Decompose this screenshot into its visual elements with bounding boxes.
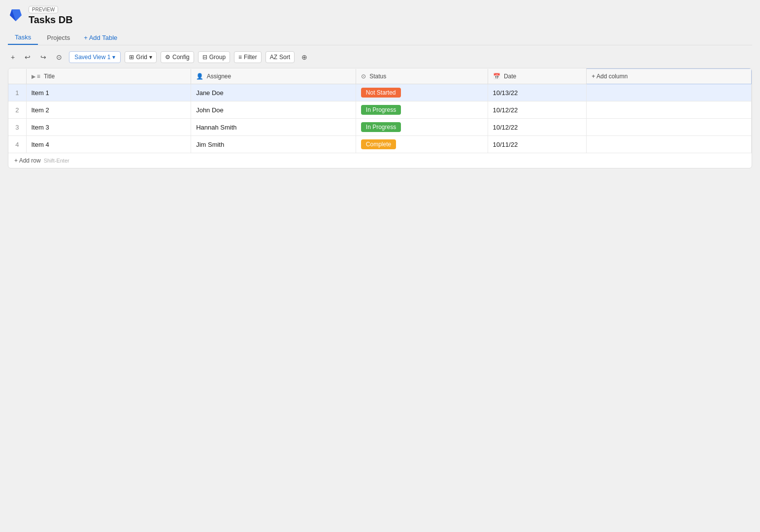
sort-button[interactable]: AZ Sort [265,51,295,63]
row-status[interactable]: In Progress [356,119,488,136]
app-logo [8,7,24,25]
assignee-column-header[interactable]: 👤 Assignee [191,69,356,84]
filter-label: Filter [244,54,257,61]
row-number: 2 [8,101,26,119]
row-extra-col [587,101,752,119]
undo-button[interactable]: ↩ [22,51,33,63]
chevron-down-icon: ▾ [112,54,115,61]
add-row-hint: Shift-Enter [44,158,69,164]
filter-button[interactable]: ≡ Filter [234,51,262,63]
app-title: Tasks DB [29,14,73,26]
app-header: PREVIEW Tasks DB [8,6,752,26]
tab-projects[interactable]: Projects [40,31,77,44]
data-table: ▶ ≡ Title 👤 Assignee ⊙ Status 📅 Date [8,68,752,153]
row-number: 4 [8,136,26,153]
tab-tasks[interactable]: Tasks [8,31,38,45]
title-column-header[interactable]: ▶ ≡ Title [26,69,191,84]
row-num-header [8,69,26,84]
table-row[interactable]: 4 Item 4 Jim Smith Complete 10/11/22 [8,136,752,153]
row-extra-col [587,136,752,153]
row-assignee[interactable]: Jane Doe [191,84,356,101]
table-row[interactable]: 2 Item 2 John Doe In Progress 10/12/22 [8,101,752,119]
status-badge: In Progress [361,105,401,115]
grid-label: Grid [136,54,147,61]
row-title[interactable]: Item 2 [26,101,191,119]
config-label: Config [172,54,190,61]
row-title[interactable]: Item 1 [26,84,191,101]
history-button[interactable]: ⊙ [53,51,65,63]
table-header-row: ▶ ≡ Title 👤 Assignee ⊙ Status 📅 Date [8,69,752,84]
add-row-button[interactable]: + Add row Shift-Enter [8,153,75,168]
filter-icon: ≡ [238,54,242,61]
redo-button[interactable]: ↪ [37,51,49,63]
row-status[interactable]: In Progress [356,101,488,119]
add-table-button[interactable]: + Add Table [79,31,122,44]
sort-label: Sort [279,54,290,61]
assignee-col-label: Assignee [207,73,231,80]
date-column-header[interactable]: 📅 Date [488,69,587,84]
status-col-icon: ⊙ [361,73,366,80]
status-col-label: Status [369,73,386,80]
row-assignee[interactable]: John Doe [191,101,356,119]
group-button[interactable]: ⊟ Group [198,51,230,63]
config-icon: ⚙ [165,54,170,61]
row-extra-col [587,84,752,101]
preview-badge: PREVIEW [29,6,58,13]
date-col-label: Date [504,73,516,80]
config-button[interactable]: ⚙ Config [161,51,194,63]
row-date[interactable]: 10/12/22 [488,101,587,119]
title-area: PREVIEW Tasks DB [29,6,73,26]
grid-button[interactable]: ⊞ Grid ▾ [125,51,157,63]
toolbar: + ↩ ↪ ⊙ Saved View 1 ▾ ⊞ Grid ▾ ⚙ Config… [8,49,752,65]
table-row[interactable]: 3 Item 3 Hannah Smith In Progress 10/12/… [8,119,752,136]
group-icon: ⊟ [202,54,207,61]
saved-view-label: Saved View 1 [74,54,110,61]
status-column-header[interactable]: ⊙ Status [356,69,488,84]
group-label: Group [209,54,226,61]
add-row-label: + Add row [14,157,41,164]
row-title[interactable]: Item 4 [26,136,191,153]
sort-icon: AZ [270,54,277,61]
row-date[interactable]: 10/13/22 [488,84,587,101]
grid-chevron-icon: ▾ [149,54,152,61]
status-badge: Complete [361,139,396,149]
title-col-label: Title [44,73,55,80]
tabs-bar: Tasks Projects + Add Table [8,31,752,45]
row-assignee[interactable]: Hannah Smith [191,119,356,136]
grid-icon: ⊞ [129,54,134,61]
main-grid: ▶ ≡ Title 👤 Assignee ⊙ Status 📅 Date [8,68,752,168]
table-row[interactable]: 1 Item 1 Jane Doe Not Started 10/13/22 [8,84,752,101]
date-col-icon: 📅 [493,73,500,80]
row-date[interactable]: 10/12/22 [488,119,587,136]
row-status[interactable]: Complete [356,136,488,153]
add-icon-button[interactable]: + [8,51,18,63]
row-assignee[interactable]: Jim Smith [191,136,356,153]
more-options-button[interactable]: ⊕ [298,51,310,63]
add-column-label: + Add column [592,73,628,80]
assignee-col-icon: 👤 [196,73,203,80]
row-number: 1 [8,84,26,101]
status-badge: In Progress [361,122,401,132]
status-badge: Not Started [361,88,401,98]
saved-view-button[interactable]: Saved View 1 ▾ [69,51,121,63]
row-title[interactable]: Item 3 [26,119,191,136]
row-status[interactable]: Not Started [356,84,488,101]
app-container: PREVIEW Tasks DB Tasks Projects + Add Ta… [0,0,760,532]
title-col-icon: ≡ [37,73,40,80]
add-column-header[interactable]: + Add column [587,69,752,84]
row-date[interactable]: 10/11/22 [488,136,587,153]
row-number: 3 [8,119,26,136]
table-body: 1 Item 1 Jane Doe Not Started 10/13/22 2… [8,84,752,153]
expand-icon: ▶ [32,73,35,79]
row-extra-col [587,119,752,136]
